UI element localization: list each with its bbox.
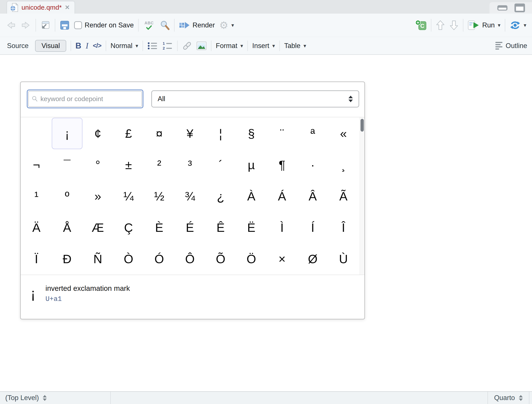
paragraph-style-dropdown[interactable]: Normal ▾: [111, 42, 138, 50]
insert-chunk-icon[interactable]: C: [415, 20, 426, 31]
char-cell[interactable]: ¡: [52, 118, 82, 149]
char-cell[interactable]: Î: [328, 212, 359, 243]
chunk-down-icon[interactable]: [449, 20, 459, 31]
scrollbar-thumb[interactable]: [361, 119, 364, 132]
char-cell[interactable]: ¹: [21, 181, 52, 212]
char-cell[interactable]: Ñ: [82, 243, 113, 275]
char-cell[interactable]: ×: [267, 243, 297, 275]
char-cell[interactable]: ¿: [205, 181, 236, 212]
table-dropdown[interactable]: Table ▾: [284, 42, 306, 50]
source-rerun-button[interactable]: ▾: [510, 20, 526, 30]
spellcheck-icon[interactable]: ABC: [143, 21, 155, 30]
table-label: Table: [284, 42, 300, 50]
bullet-list-icon[interactable]: [147, 41, 158, 50]
numbered-list-icon[interactable]: 1 2: [162, 41, 173, 50]
bold-button[interactable]: B: [76, 41, 81, 50]
char-cell[interactable]: Ã: [328, 181, 359, 212]
save-icon[interactable]: [60, 20, 70, 30]
char-cell[interactable]: º: [52, 181, 82, 212]
char-cell[interactable]: Ð: [52, 243, 82, 275]
char-cell[interactable]: «: [328, 118, 359, 149]
char-cell[interactable]: ¤: [144, 118, 175, 149]
char-cell[interactable]: Ì: [267, 212, 297, 243]
char-cell[interactable]: Ö: [236, 243, 267, 275]
char-cell[interactable]: È: [144, 212, 175, 243]
insert-dropdown[interactable]: Insert ▾: [252, 42, 275, 50]
char-cell[interactable]: §: [236, 118, 267, 149]
char-cell[interactable]: Õ: [205, 243, 236, 275]
char-cell[interactable]: Ê: [205, 212, 236, 243]
run-button[interactable]: Run ▾: [468, 20, 500, 30]
language-mode-selector[interactable]: Quarto: [488, 392, 529, 404]
open-new-window-icon[interactable]: [40, 20, 51, 30]
selected-char-preview: ¡: [31, 287, 35, 300]
minimize-icon[interactable]: [497, 5, 507, 11]
char-cell[interactable]: ¢: [82, 118, 113, 149]
toolbar-right-cluster: C Run ▾: [415, 19, 526, 32]
outline-toggle[interactable]: Outline: [495, 42, 527, 50]
char-cell[interactable]: °: [82, 149, 113, 181]
format-dropdown[interactable]: Format ▾: [216, 42, 243, 50]
char-cell[interactable]: ¾: [175, 181, 205, 212]
char-cell[interactable]: ¦: [205, 118, 236, 149]
forward-icon[interactable]: [21, 20, 31, 30]
char-cell[interactable]: Ø: [297, 243, 328, 275]
editor-canvas[interactable]: All ¡¢£¤¥¦§¨ª«¬¯°±²³´µ¶·¸¹º»¼½¾¿ÀÁÂÃÄÅÆÇ…: [0, 55, 532, 391]
updown-arrows-icon: [43, 395, 47, 401]
char-cell[interactable]: Á: [267, 181, 297, 212]
char-cell[interactable]: Ô: [175, 243, 205, 275]
check-icon: [146, 25, 152, 30]
category-select[interactable]: All: [151, 90, 359, 107]
char-cell[interactable]: ²: [144, 149, 175, 181]
char-cell[interactable]: ¶: [267, 149, 297, 181]
render-button[interactable]: Render: [179, 20, 215, 30]
char-cell[interactable]: ·: [297, 149, 328, 181]
render-settings-button[interactable]: ⚙ ▾: [219, 20, 234, 30]
inline-code-button[interactable]: </>: [93, 42, 101, 49]
source-mode-button[interactable]: Source: [5, 42, 31, 50]
char-cell[interactable]: É: [175, 212, 205, 243]
char-cell[interactable]: [21, 118, 52, 149]
render-on-save-checkbox[interactable]: [74, 21, 82, 29]
char-cell[interactable]: Ç: [113, 212, 144, 243]
char-cell[interactable]: Â: [297, 181, 328, 212]
search-input[interactable]: [41, 95, 138, 103]
char-cell[interactable]: Å: [52, 212, 82, 243]
char-cell[interactable]: ¨: [267, 118, 297, 149]
link-icon[interactable]: [182, 41, 192, 51]
char-cell[interactable]: ¯: [52, 149, 82, 181]
italic-button[interactable]: I: [86, 41, 88, 50]
char-cell[interactable]: Ë: [236, 212, 267, 243]
char-cell[interactable]: µ: [236, 149, 267, 181]
char-cell[interactable]: ±: [113, 149, 144, 181]
char-cell[interactable]: Í: [297, 212, 328, 243]
image-icon[interactable]: [196, 41, 207, 50]
char-cell[interactable]: Ï: [21, 243, 52, 275]
back-icon[interactable]: [6, 20, 16, 30]
char-cell[interactable]: Ó: [144, 243, 175, 275]
char-cell[interactable]: ª: [297, 118, 328, 149]
char-cell[interactable]: »: [82, 181, 113, 212]
scope-selector[interactable]: (Top Level): [0, 392, 111, 404]
char-cell[interactable]: ³: [175, 149, 205, 181]
render-on-save-toggle[interactable]: Render on Save: [74, 21, 134, 29]
char-cell[interactable]: ¬: [21, 149, 52, 181]
char-cell[interactable]: À: [236, 181, 267, 212]
char-cell[interactable]: ¸: [328, 149, 359, 181]
find-replace-icon[interactable]: [160, 20, 170, 30]
char-cell[interactable]: Ä: [21, 212, 52, 243]
char-cell[interactable]: ¼: [113, 181, 144, 212]
chunk-up-icon[interactable]: [436, 20, 445, 31]
tab-unicode-qmd[interactable]: unicode.qmd* ✕: [6, 1, 75, 14]
char-cell[interactable]: Ò: [113, 243, 144, 275]
char-cell[interactable]: Æ: [82, 212, 113, 243]
char-cell[interactable]: ½: [144, 181, 175, 212]
char-cell[interactable]: £: [113, 118, 144, 149]
maximize-icon[interactable]: [514, 4, 525, 12]
char-cell[interactable]: Ù: [328, 243, 359, 275]
char-cell[interactable]: ¥: [175, 118, 205, 149]
scrollbar[interactable]: [360, 117, 364, 275]
tab-close-icon[interactable]: ✕: [65, 4, 70, 11]
visual-mode-button[interactable]: Visual: [35, 40, 66, 52]
char-cell[interactable]: ´: [205, 149, 236, 181]
